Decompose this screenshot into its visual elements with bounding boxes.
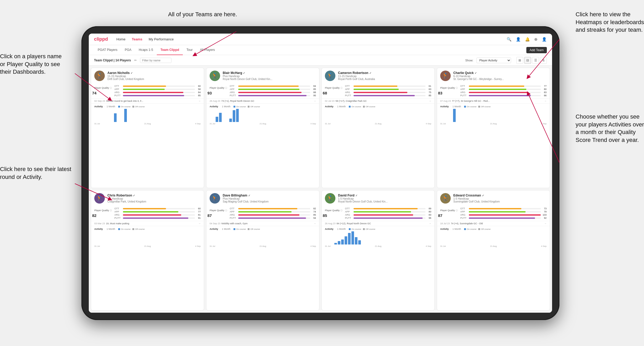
activity-title: Activity <box>325 105 334 108</box>
player-card[interactable]: 🏌️ Edward Crossman ✓ 1-5 Handicap Sunnin… <box>437 190 550 311</box>
settings-icon[interactable]: ⊕ <box>534 37 538 42</box>
edit-icon[interactable]: ✏ <box>134 58 137 62</box>
recent-date: 02 Sep 23 <box>94 100 105 102</box>
off-course-legend-dot <box>248 106 250 108</box>
avatar: 🏌️ <box>94 71 105 81</box>
player-card[interactable]: 🏌️ Aaron Nicholls ✓ 11-15 Handicap Drift… <box>91 68 204 188</box>
recent-text: 74 (+4), Sunningdale GC - Old <box>451 222 543 225</box>
recent-text: 77 (+7), St George's Hill GC - Red... <box>452 100 543 102</box>
off-course-legend-label: Off course <box>481 105 491 108</box>
chart-labels: 31 Jul21 Aug4 Sep <box>210 123 316 125</box>
annotation-top-left: Click on a players nameor Player Quality… <box>0 52 62 76</box>
subnav-all-players[interactable]: All Players <box>196 45 219 55</box>
app-logo[interactable]: clippd <box>94 36 108 42</box>
stats-grid: OTT 73 APP 79 ARG 103 PUTT 92 <box>460 207 547 219</box>
chart-labels: 31 Jul21 Aug4 Sep <box>325 123 431 125</box>
player-card[interactable]: 🏌️ Charlie Quick ✓ 6-10 Handicap St. Geo… <box>437 68 550 188</box>
player-name[interactable]: Aaron Nicholls ✓ <box>107 71 201 75</box>
stats-grid: OTT 60 APP 77 ARG 81 PUTT 91 <box>115 207 201 219</box>
recent-text: 19, Must make putting <box>106 222 197 225</box>
card-header: 🏌️ Aaron Nicholls ✓ 11-15 Handicap Drift… <box>91 68 204 84</box>
quality-number[interactable]: 87 <box>438 213 443 217</box>
player-info: David Ford ✓ 1-5 Handicap Royal North De… <box>338 194 431 203</box>
quality-number[interactable]: 93 <box>207 91 212 95</box>
recent-activity-row[interactable]: 02 Jul 23 59 (+17), Craigmillar Park GC … <box>322 98 434 103</box>
off-course-legend-label: Off course <box>135 105 145 108</box>
subnav-pga[interactable]: PGA <box>121 45 135 55</box>
player-card[interactable]: 🏌️ Chris Robertson ✓ 1-5 Handicap Craigm… <box>91 190 204 311</box>
card-header: 🏌️ Blair McHarg ✓ Plus Handicap Royal No… <box>206 68 319 84</box>
nav-my-performance[interactable]: My Performance <box>149 37 174 41</box>
notification-icon[interactable]: 🔔 <box>525 37 530 42</box>
subnav-hcaps[interactable]: Hcaps 1-5 <box>135 45 157 55</box>
activity-header: Activity · 1 Month On course Off course <box>94 105 201 108</box>
recent-arrow-icon: → <box>429 100 431 102</box>
activity-period: 1 Month <box>337 105 346 108</box>
on-course-legend-label: On course <box>236 105 246 108</box>
player-card[interactable]: 🏌️ David Ford ✓ 1-5 Handicap Royal North… <box>321 190 435 311</box>
player-card[interactable]: 🏌️ Dave Billingham ✓ Plus Handicap Sag M… <box>206 190 319 311</box>
player-club: Drift Golf Club, United Kingdom <box>107 78 201 81</box>
off-course-legend-label: Off course <box>250 228 260 230</box>
player-handicap: Plus Handicap <box>223 75 316 78</box>
recent-date: 03 Mar 23 <box>94 222 105 225</box>
subnav-team-clippd[interactable]: Team Clippd <box>157 45 183 55</box>
player-handicap: 1-5 Handicap <box>453 197 547 200</box>
player-card[interactable]: 🏌️ Blair McHarg ✓ Plus Handicap Royal No… <box>206 68 319 188</box>
avatar: 🏌️ <box>94 193 105 204</box>
quality-label: Player Quality ⓘ <box>210 87 227 89</box>
player-name[interactable]: David Ford ✓ <box>338 194 431 197</box>
add-team-button[interactable]: Add Team <box>526 47 547 53</box>
off-course-legend-label: Off course <box>250 105 260 108</box>
player-name[interactable]: Cameron Robertson ✓ <box>338 71 431 75</box>
quality-number[interactable]: 74 <box>92 91 97 95</box>
subnav-pgat[interactable]: PGAT Players <box>94 45 121 55</box>
chart-labels: 31 Jul21 Aug4 Sep <box>440 123 547 125</box>
player-handicap: Plus Handicap <box>223 197 316 200</box>
activity-header: Activity · 1 Month On course Off course <box>325 105 431 108</box>
user-avatar-icon[interactable]: 👤 <box>542 37 547 42</box>
player-name[interactable]: Charlie Quick ✓ <box>453 71 547 75</box>
sort-view-button[interactable]: ⇅ <box>540 57 547 64</box>
player-name[interactable]: Edward Crossman ✓ <box>453 194 547 197</box>
recent-activity-row[interactable]: 04 Sep 23 Mobility with coach, Gym → <box>206 221 319 226</box>
show-select[interactable]: Player Activity Quality Score Trend <box>476 57 511 63</box>
quality-section: Player Quality ⓘ 83 OTT 77 APP 80 ARG 83… <box>437 84 550 98</box>
recent-activity-row[interactable]: 02 Sep 23 Sunset round to get back into … <box>91 98 204 103</box>
card-header: 🏌️ Cameron Robertson ✓ 11-15 Handicap Ro… <box>322 68 434 84</box>
quality-number[interactable]: 85 <box>323 213 327 217</box>
nav-home[interactable]: Home <box>116 37 126 41</box>
recent-activity-row[interactable]: 26 Aug 23 73 (+1), Royal North Devon GC … <box>206 98 319 103</box>
team-label: Team Clippd | 14 Players <box>94 58 131 62</box>
filter-view-button[interactable]: ☰ <box>532 57 539 64</box>
player-name[interactable]: Blair McHarg ✓ <box>223 71 316 75</box>
quality-number[interactable]: 83 <box>438 91 443 95</box>
avatar: 🏌️ <box>325 71 335 81</box>
profile-icon[interactable]: 👤 <box>516 37 521 42</box>
off-course-legend-label: Off course <box>481 228 491 230</box>
card-view-button[interactable]: ⊟ <box>524 57 531 64</box>
stats-grid: OTT 89 APP 80 ARG 83 PUTT 96 <box>345 207 431 219</box>
filter-input[interactable] <box>140 58 172 63</box>
quality-number[interactable]: 82 <box>92 213 97 217</box>
quality-number[interactable]: 87 <box>207 213 212 217</box>
quality-number[interactable]: 68 <box>323 91 327 95</box>
recent-activity-row[interactable]: 26 Aug 23 84 (+12), Royal North Devon GC… <box>322 221 434 226</box>
on-course-legend-label: On course <box>467 228 476 230</box>
off-course-legend-dot <box>248 228 250 230</box>
player-name[interactable]: Chris Robertson ✓ <box>107 194 201 197</box>
grid-view-button[interactable]: ⊞ <box>516 57 523 64</box>
recent-activity-row[interactable]: 03 Mar 23 19, Must make putting → <box>91 221 204 226</box>
nav-teams[interactable]: Teams <box>132 37 142 41</box>
search-icon[interactable]: 🔍 <box>507 37 512 42</box>
activity-section: Activity · 1 Month On course Off course … <box>322 103 434 127</box>
recent-activity-row[interactable]: 18 Jul 23 74 (+4), Sunningdale GC - Old … <box>437 221 550 226</box>
chart-labels: 31 Jul21 Aug4 Sep <box>440 245 547 247</box>
recent-activity-row[interactable]: 07 Aug 23 77 (+7), St George's Hill GC -… <box>437 98 550 103</box>
player-name[interactable]: Dave Billingham ✓ <box>223 194 316 197</box>
subnav-tour[interactable]: Tour <box>183 45 196 55</box>
player-handicap: 6-10 Handicap <box>453 75 547 78</box>
quality-label: Player Quality ⓘ <box>94 209 112 212</box>
player-card[interactable]: 🏌️ Cameron Robertson ✓ 11-15 Handicap Ro… <box>321 68 435 188</box>
activity-section: Activity · 1 Month On course Off course … <box>91 226 204 249</box>
